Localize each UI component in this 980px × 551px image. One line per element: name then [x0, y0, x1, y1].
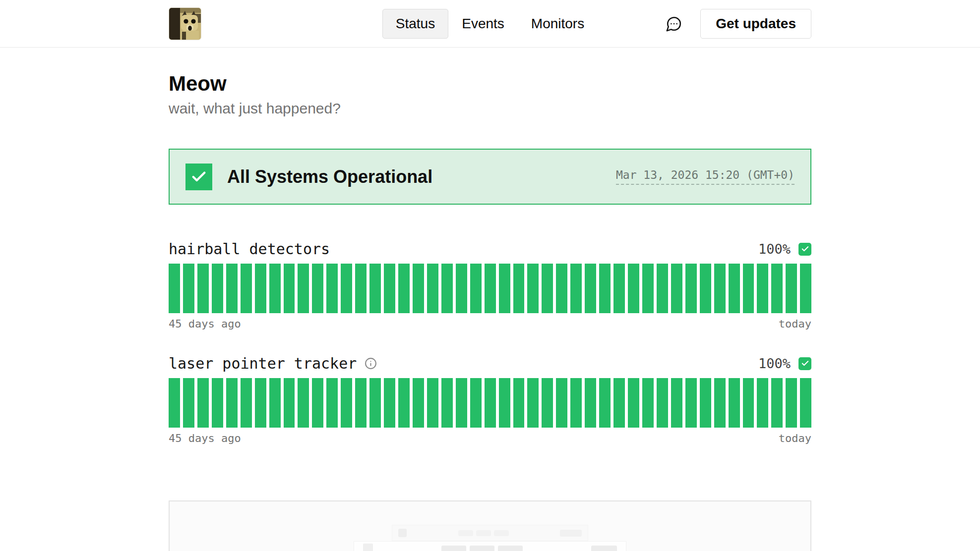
uptime-bar[interactable]: [255, 264, 266, 313]
uptime-bar[interactable]: [542, 378, 553, 428]
uptime-bar[interactable]: [685, 378, 697, 428]
uptime-bar[interactable]: [714, 378, 726, 428]
uptime-bar[interactable]: [714, 264, 726, 313]
site-logo[interactable]: [169, 7, 201, 40]
uptime-bar[interactable]: [642, 264, 654, 313]
uptime-bar[interactable]: [197, 378, 209, 428]
uptime-bar[interactable]: [685, 264, 697, 313]
uptime-bar[interactable]: [470, 378, 482, 428]
uptime-bar[interactable]: [628, 378, 639, 428]
uptime-bar[interactable]: [599, 264, 611, 313]
uptime-bar[interactable]: [312, 378, 323, 428]
uptime-bar[interactable]: [298, 378, 309, 428]
uptime-bar[interactable]: [312, 264, 323, 313]
tab-events[interactable]: Events: [448, 9, 518, 39]
uptime-bar[interactable]: [527, 378, 539, 428]
uptime-bar[interactable]: [326, 378, 338, 428]
uptime-bar[interactable]: [355, 378, 367, 428]
system-status-label: All Systems Operational: [227, 166, 432, 187]
uptime-bar[interactable]: [427, 264, 438, 313]
get-updates-button[interactable]: Get updates: [700, 9, 811, 39]
uptime-bar[interactable]: [369, 378, 381, 428]
uptime-bar[interactable]: [427, 378, 438, 428]
faded-preview-card: [169, 500, 811, 551]
uptime-bar[interactable]: [513, 378, 525, 428]
uptime-bar[interactable]: [470, 264, 482, 313]
uptime-bar[interactable]: [671, 264, 682, 313]
info-icon[interactable]: [365, 357, 377, 370]
uptime-bar[interactable]: [241, 264, 252, 313]
uptime-bar[interactable]: [786, 378, 797, 428]
uptime-bar[interactable]: [499, 378, 510, 428]
uptime-bar[interactable]: [757, 264, 768, 313]
uptime-bar[interactable]: [226, 264, 238, 313]
uptime-bar[interactable]: [628, 264, 639, 313]
uptime-bar[interactable]: [441, 264, 453, 313]
uptime-bar[interactable]: [700, 378, 711, 428]
uptime-bar[interactable]: [570, 378, 582, 428]
uptime-bar[interactable]: [599, 378, 611, 428]
uptime-bar[interactable]: [255, 378, 266, 428]
uptime-bar[interactable]: [341, 264, 352, 313]
uptime-bar[interactable]: [241, 378, 252, 428]
uptime-bar[interactable]: [556, 264, 567, 313]
uptime-bar[interactable]: [613, 264, 625, 313]
uptime-bar[interactable]: [671, 378, 682, 428]
uptime-bar[interactable]: [743, 264, 754, 313]
uptime-bar[interactable]: [169, 378, 180, 428]
uptime-bar[interactable]: [413, 378, 424, 428]
uptime-bar[interactable]: [613, 378, 625, 428]
uptime-bar[interactable]: [771, 264, 783, 313]
uptime-bar[interactable]: [226, 378, 238, 428]
uptime-bar[interactable]: [384, 264, 395, 313]
feedback-button[interactable]: [666, 15, 682, 32]
uptime-bar[interactable]: [771, 378, 783, 428]
uptime-bar[interactable]: [284, 378, 295, 428]
uptime-bar[interactable]: [456, 378, 467, 428]
uptime-bar[interactable]: [570, 264, 582, 313]
uptime-bar[interactable]: [743, 378, 754, 428]
uptime-bar[interactable]: [369, 264, 381, 313]
uptime-bar[interactable]: [183, 378, 194, 428]
uptime-bar[interactable]: [700, 264, 711, 313]
uptime-bar[interactable]: [657, 378, 668, 428]
uptime-bar[interactable]: [556, 378, 567, 428]
uptime-bar[interactable]: [441, 378, 453, 428]
uptime-bar[interactable]: [326, 264, 338, 313]
uptime-bar[interactable]: [269, 378, 281, 428]
uptime-bar[interactable]: [657, 264, 668, 313]
uptime-bar[interactable]: [212, 378, 223, 428]
status-timestamp[interactable]: Mar 13, 2026 15:20 (GMT+0): [616, 168, 795, 185]
uptime-bar[interactable]: [355, 264, 367, 313]
uptime-bar[interactable]: [499, 264, 510, 313]
uptime-bar[interactable]: [398, 378, 410, 428]
uptime-bar[interactable]: [800, 378, 811, 428]
uptime-bar[interactable]: [413, 264, 424, 313]
uptime-bar[interactable]: [183, 264, 194, 313]
uptime-bar[interactable]: [800, 264, 811, 313]
uptime-bar[interactable]: [513, 264, 525, 313]
uptime-bar[interactable]: [384, 378, 395, 428]
uptime-bar[interactable]: [585, 264, 596, 313]
uptime-bar[interactable]: [456, 264, 467, 313]
uptime-bar[interactable]: [269, 264, 281, 313]
uptime-bar[interactable]: [169, 264, 180, 313]
uptime-bar[interactable]: [284, 264, 295, 313]
tab-status[interactable]: Status: [382, 9, 448, 39]
uptime-bar[interactable]: [757, 378, 768, 428]
uptime-bar[interactable]: [729, 378, 740, 428]
uptime-bar[interactable]: [212, 264, 223, 313]
uptime-bar[interactable]: [341, 378, 352, 428]
uptime-bar[interactable]: [642, 378, 654, 428]
uptime-bar[interactable]: [398, 264, 410, 313]
uptime-bar[interactable]: [485, 264, 496, 313]
uptime-bar[interactable]: [485, 378, 496, 428]
uptime-bar[interactable]: [729, 264, 740, 313]
uptime-bar[interactable]: [197, 264, 209, 313]
uptime-bar[interactable]: [527, 264, 539, 313]
uptime-bar[interactable]: [298, 264, 309, 313]
uptime-bar[interactable]: [786, 264, 797, 313]
uptime-bar[interactable]: [542, 264, 553, 313]
tab-monitors[interactable]: Monitors: [518, 9, 598, 39]
uptime-bar[interactable]: [585, 378, 596, 428]
